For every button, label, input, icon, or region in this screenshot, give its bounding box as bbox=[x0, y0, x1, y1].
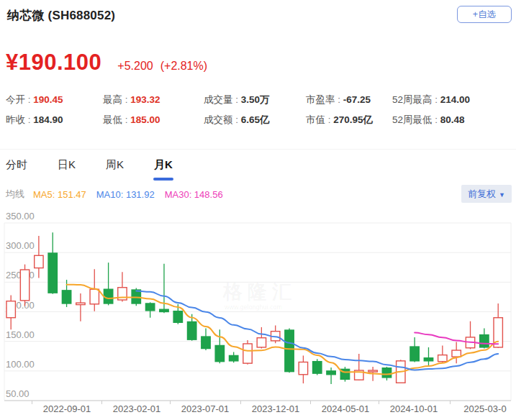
svg-text:2023-02-01: 2023-02-01 bbox=[113, 403, 161, 414]
stock-quote-page: 纳芯微 (SH688052) +自选 ¥190.100 +5.200 (+2.8… bbox=[0, 0, 516, 420]
svg-text:格隆汇: 格隆汇 bbox=[222, 281, 297, 303]
header: 纳芯微 (SH688052) +自选 bbox=[7, 7, 512, 26]
svg-text:2023-07-01: 2023-07-01 bbox=[181, 403, 230, 414]
tab-weekly-k[interactable]: 周K bbox=[106, 158, 124, 181]
stat-turnover: 成交额6.65亿 bbox=[204, 111, 306, 132]
stat-prev-close: 昨收184.90 bbox=[6, 111, 103, 132]
svg-text:2022-09-01: 2022-09-01 bbox=[43, 403, 91, 414]
ma-legend-prefix: 均线 bbox=[6, 188, 24, 201]
tab-monthly-k[interactable]: 月K bbox=[154, 158, 173, 181]
stat-high: 最高193.32 bbox=[103, 91, 204, 111]
tab-daily-k[interactable]: 日K bbox=[58, 158, 76, 181]
chart-canvas[interactable]: 350.00300.00250.00200.00150.00100.0050.0… bbox=[0, 209, 516, 420]
svg-text:300.00: 300.00 bbox=[6, 240, 35, 251]
svg-text:2024-05-01: 2024-05-01 bbox=[322, 403, 370, 414]
stat-low: 最低185.00 bbox=[103, 111, 204, 132]
ma10-legend: MA10: 131.92 bbox=[96, 189, 155, 200]
tab-intraday[interactable]: 分时 bbox=[6, 158, 27, 181]
stat-volume: 成交量3.50万 bbox=[204, 91, 306, 111]
price-adjust-dropdown[interactable]: 前复权▼ bbox=[461, 185, 512, 203]
stats-grid: 今开190.45 最高193.32 成交量3.50万 市盈率-67.25 52周… bbox=[6, 91, 513, 132]
add-watchlist-button[interactable]: +自选 bbox=[457, 6, 512, 23]
ma5-legend: MA5: 151.47 bbox=[33, 189, 86, 200]
chart-period-tabs: 分时 日K 周K 月K bbox=[0, 149, 516, 181]
svg-text:2024-10-01: 2024-10-01 bbox=[390, 403, 438, 414]
stat-52wk-high: 52周最高214.00 bbox=[392, 91, 513, 111]
quote-row: ¥190.100 +5.200 (+2.81%) bbox=[6, 49, 207, 75]
svg-text:50.00: 50.00 bbox=[6, 388, 30, 399]
ma-legend-row: 均线 MA5: 151.47 MA10: 131.92 MA30: 148.56… bbox=[6, 185, 512, 204]
current-price: ¥190.100 bbox=[6, 50, 101, 75]
price-change-percent: (+2.81%) bbox=[160, 60, 207, 75]
page-title: 纳芯微 (SH688052) bbox=[7, 9, 115, 22]
svg-text:www.gelonghui.com: www.gelonghui.com bbox=[224, 303, 282, 311]
svg-text:2023-12-01: 2023-12-01 bbox=[252, 403, 300, 414]
svg-text:2025-03-0: 2025-03-0 bbox=[463, 403, 506, 414]
stat-market-cap: 市值270.95亿 bbox=[306, 111, 392, 132]
svg-text:150.00: 150.00 bbox=[6, 329, 35, 340]
stat-open: 今开190.45 bbox=[6, 91, 103, 111]
svg-text:350.00: 350.00 bbox=[6, 211, 35, 222]
stat-52wk-low: 52周最低80.48 bbox=[392, 111, 513, 132]
price-change: +5.200 bbox=[117, 60, 153, 75]
stat-pe-ratio: 市盈率-67.25 bbox=[306, 91, 392, 111]
candlestick-chart[interactable]: 350.00300.00250.00200.00150.00100.0050.0… bbox=[0, 209, 516, 420]
svg-text:100.00: 100.00 bbox=[6, 359, 35, 370]
chevron-down-icon: ▼ bbox=[499, 191, 505, 198]
ma30-legend: MA30: 148.56 bbox=[165, 189, 223, 200]
